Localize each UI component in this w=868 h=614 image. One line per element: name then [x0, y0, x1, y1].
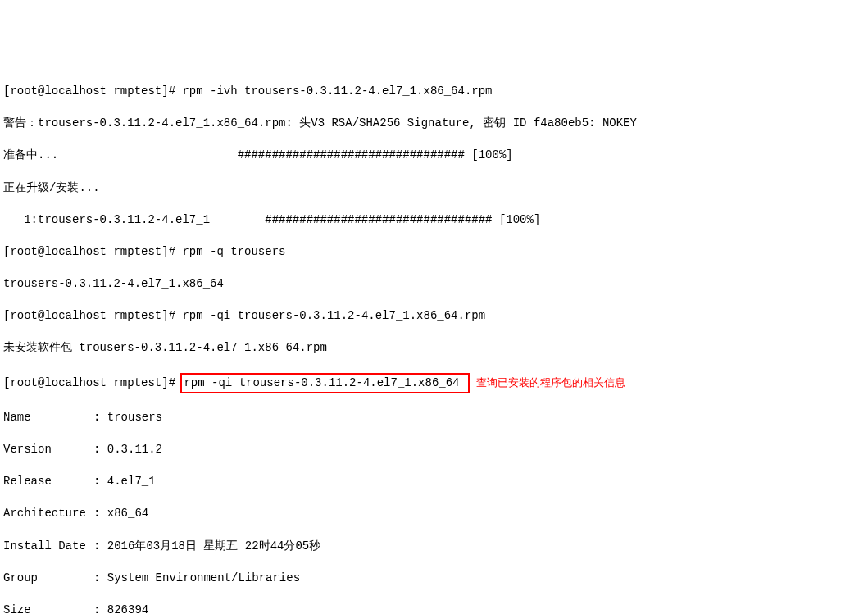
info-group: Group: System Environment/Libraries [3, 571, 865, 587]
warning-line: 警告：trousers-0.3.11.2-4.el7_1.x86_64.rpm:… [3, 116, 865, 132]
prompt: [root@localhost rmptest]# [3, 376, 175, 389]
installing-line: 1:trousers-0.3.11.2-4.el7_1 ############… [3, 212, 865, 229]
query-result-line: trousers-0.3.11.2-4.el7_1.x86_64 [3, 276, 865, 293]
highlighted-command: rpm -qi trousers-0.3.11.2-4.el7_1.x86_64 [180, 373, 469, 394]
command-queryinfo-rpm: rpm -qi trousers-0.3.11.2-4.el7_1.x86_64… [182, 309, 485, 322]
not-installed-line: 未安装软件包 trousers-0.3.11.2-4.el7_1.x86_64.… [3, 340, 865, 357]
prompt: [root@localhost rmptest]# [3, 245, 175, 258]
info-install-date: Install Date: 2016年03月18日 星期五 22时44分05秒 [3, 539, 865, 555]
info-release: Release: 4.el7_1 [3, 474, 865, 490]
preparing-line: 准备中... #################################… [3, 148, 865, 164]
annotation-text: 查询已安装的程序包的相关信息 [476, 376, 625, 389]
info-version: Version: 0.3.11.2 [3, 442, 865, 458]
terminal-line: [root@localhost rmptest]# rpm -q trouser… [3, 244, 865, 261]
prompt: [root@localhost rmptest]# [3, 84, 175, 98]
prompt: [root@localhost rmptest]# [3, 309, 175, 322]
command-install: rpm -ivh trousers-0.3.11.2-4.el7_1.x86_6… [182, 84, 492, 98]
upgrading-line: 正在升级/安装... [3, 180, 865, 197]
terminal-line: [root@localhost rmptest]# rpm -ivh trous… [3, 84, 865, 100]
info-name: Name: trousers [3, 410, 865, 426]
terminal-line: [root@localhost rmptest]# rpm -qi trouse… [3, 373, 865, 394]
info-architecture: Architecture: x86_64 [3, 506, 865, 522]
info-size: Size: 826394 [3, 603, 865, 614]
terminal-output: [root@localhost rmptest]# rpm -ivh trous… [3, 67, 865, 614]
command-queryinfo: rpm -qi trousers-0.3.11.2-4.el7_1.x86_64 [184, 376, 459, 389]
command-query: rpm -q trousers [182, 245, 285, 258]
terminal-line: [root@localhost rmptest]# rpm -qi trouse… [3, 308, 865, 325]
